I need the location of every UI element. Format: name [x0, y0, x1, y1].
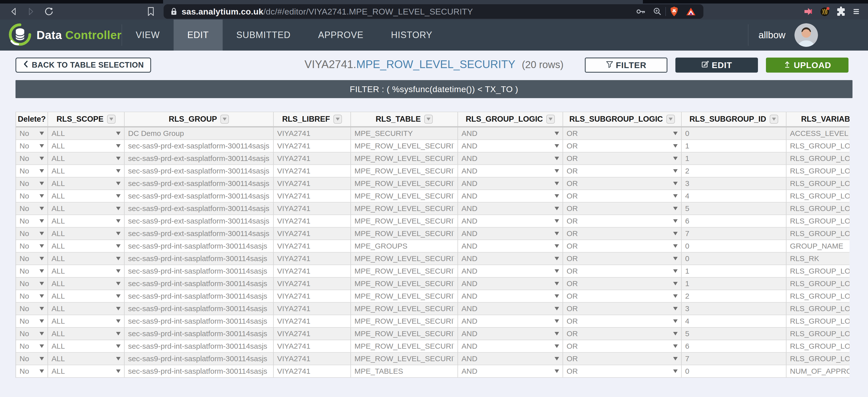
cell-rls-scope[interactable]: ALL [48, 303, 125, 315]
cell-rls-group-logic[interactable]: AND [458, 127, 563, 139]
cell-delete-[interactable]: No [16, 290, 48, 302]
cell-rls-scope[interactable]: ALL [48, 365, 125, 377]
column-header-rls-table[interactable]: RLS_TABLE [351, 112, 458, 126]
column-filter-icon[interactable] [546, 115, 555, 124]
column-filter-icon[interactable] [424, 115, 433, 124]
cell-rls-subgroup-logic[interactable]: OR [563, 177, 682, 190]
upload-button[interactable]: UPLOAD [766, 58, 848, 73]
menu-icon[interactable] [852, 7, 861, 16]
cell-rls-subgroup-logic[interactable]: OR [563, 228, 682, 239]
cell-rls-subgroup-logic[interactable]: OR [563, 278, 682, 290]
zoom-icon[interactable] [653, 7, 662, 16]
data-controller-logo[interactable]: Data Controller [0, 23, 122, 47]
cell-rls-subgroup-logic[interactable]: OR [563, 202, 682, 215]
column-header-rls-group[interactable]: RLS_GROUP [125, 112, 274, 126]
cell-delete-[interactable]: No [16, 365, 48, 377]
cell-rls-group-logic[interactable]: AND [458, 140, 563, 152]
cell-delete-[interactable]: No [16, 253, 48, 264]
back-icon[interactable] [9, 7, 19, 16]
puzzle-icon[interactable] [836, 6, 846, 17]
cell-rls-subgroup-logic[interactable]: OR [563, 303, 682, 315]
column-header-rls-variable-nm[interactable]: RLS_VARIABLE_NM [786, 112, 849, 126]
cell-rls-group-logic[interactable]: AND [458, 228, 563, 239]
cell-rls-scope[interactable]: ALL [48, 202, 125, 215]
cell-delete-[interactable]: No [16, 265, 48, 277]
cell-rls-scope[interactable]: ALL [48, 215, 125, 227]
cell-rls-scope[interactable]: ALL [48, 152, 125, 165]
column-header-delete-[interactable]: Delete? [16, 112, 48, 126]
column-filter-icon[interactable] [334, 115, 342, 124]
cell-rls-group-logic[interactable]: AND [458, 253, 563, 264]
cell-delete-[interactable]: No [16, 190, 48, 202]
cell-rls-scope[interactable]: ALL [48, 290, 125, 302]
cell-rls-scope[interactable]: ALL [48, 265, 125, 277]
cell-rls-scope[interactable]: ALL [48, 165, 125, 177]
cell-delete-[interactable]: No [16, 303, 48, 315]
bookmark-icon[interactable] [147, 7, 155, 16]
nav-item-edit[interactable]: EDIT [174, 20, 223, 51]
cell-rls-group-logic[interactable]: AND [458, 202, 563, 215]
cell-rls-subgroup-logic[interactable]: OR [563, 127, 682, 139]
cell-rls-subgroup-logic[interactable]: OR [563, 240, 682, 252]
cell-rls-scope[interactable]: ALL [48, 315, 125, 327]
cell-delete-[interactable]: No [16, 278, 48, 290]
cell-rls-subgroup-logic[interactable]: OR [563, 140, 682, 152]
cell-rls-subgroup-logic[interactable]: OR [563, 165, 682, 177]
column-header-rls-subgroup-logic[interactable]: RLS_SUBGROUP_LOGIC [563, 112, 682, 126]
extension-arrow-icon[interactable] [803, 7, 813, 16]
column-header-rls-group-logic[interactable]: RLS_GROUP_LOGIC [458, 112, 563, 126]
cell-rls-group-logic[interactable]: AND [458, 278, 563, 290]
cell-rls-scope[interactable]: ALL [48, 278, 125, 290]
cell-rls-group-logic[interactable]: AND [458, 152, 563, 165]
cell-rls-subgroup-logic[interactable]: OR [563, 290, 682, 302]
cell-rls-group-logic[interactable]: AND [458, 165, 563, 177]
edit-button[interactable]: EDIT [675, 58, 758, 73]
cell-rls-subgroup-logic[interactable]: OR [563, 152, 682, 165]
column-filter-icon[interactable] [770, 115, 778, 124]
cell-rls-scope[interactable]: ALL [48, 328, 125, 340]
cell-delete-[interactable]: No [16, 315, 48, 327]
column-header-rls-scope[interactable]: RLS_SCOPE [48, 112, 125, 126]
cell-rls-group-logic[interactable]: AND [458, 215, 563, 227]
cell-delete-[interactable]: No [16, 127, 48, 139]
cell-rls-scope[interactable]: ALL [48, 353, 125, 365]
cell-rls-subgroup-logic[interactable]: OR [563, 215, 682, 227]
cell-rls-group-logic[interactable]: AND [458, 177, 563, 190]
nav-item-view[interactable]: VIEW [122, 20, 174, 51]
cell-rls-scope[interactable]: ALL [48, 190, 125, 202]
cell-rls-group-logic[interactable]: AND [458, 290, 563, 302]
cell-delete-[interactable]: No [16, 152, 48, 165]
cell-rls-scope[interactable]: ALL [48, 253, 125, 264]
cell-rls-scope[interactable]: ALL [48, 240, 125, 252]
extension-badge-icon[interactable] [819, 6, 831, 17]
bat-icon[interactable] [686, 7, 696, 16]
cell-rls-subgroup-logic[interactable]: OR [563, 190, 682, 202]
cell-rls-scope[interactable]: ALL [48, 228, 125, 239]
url-bar[interactable]: sas.analytium.co.uk/dc/#/editor/VIYA2741… [164, 4, 704, 19]
column-header-rls-libref[interactable]: RLS_LIBREF [274, 112, 351, 126]
cell-delete-[interactable]: No [16, 228, 48, 239]
cell-delete-[interactable]: No [16, 328, 48, 340]
cell-rls-group-logic[interactable]: AND [458, 240, 563, 252]
cell-delete-[interactable]: No [16, 140, 48, 152]
cell-delete-[interactable]: No [16, 340, 48, 352]
brave-icon[interactable] [670, 6, 679, 17]
key-icon[interactable] [636, 7, 646, 16]
cell-rls-group-logic[interactable]: AND [458, 265, 563, 277]
cell-rls-group-logic[interactable]: AND [458, 340, 563, 352]
column-filter-icon[interactable] [666, 115, 675, 124]
nav-item-approve[interactable]: APPROVE [304, 20, 377, 51]
cell-rls-group-logic[interactable]: AND [458, 190, 563, 202]
column-filter-icon[interactable] [220, 115, 229, 124]
column-header-rls-subgroup-id[interactable]: RLS_SUBGROUP_ID [682, 112, 786, 126]
avatar[interactable] [795, 23, 818, 47]
cell-rls-subgroup-logic[interactable]: OR [563, 253, 682, 264]
cell-rls-scope[interactable]: ALL [48, 127, 125, 139]
cell-rls-scope[interactable]: ALL [48, 340, 125, 352]
active-browser-tab[interactable] [163, 0, 643, 3]
cell-rls-subgroup-logic[interactable]: OR [563, 340, 682, 352]
cell-delete-[interactable]: No [16, 353, 48, 365]
cell-rls-scope[interactable]: ALL [48, 177, 125, 190]
cell-rls-group-logic[interactable]: AND [458, 365, 563, 377]
nav-item-history[interactable]: HISTORY [377, 20, 446, 51]
